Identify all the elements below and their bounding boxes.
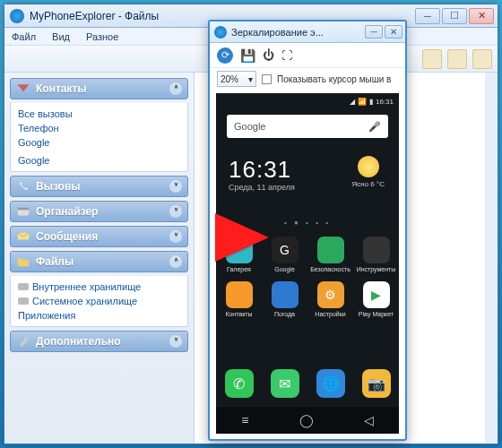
mirror-titlebar: Зеркалирование э... ─ ✕: [210, 22, 405, 43]
app-label: Галерея: [227, 266, 251, 272]
search-placeholder: Google: [234, 121, 265, 132]
sidebar-calls-header[interactable]: Вызовы ˅: [10, 176, 188, 197]
close-button[interactable]: ✕: [469, 8, 494, 24]
phone-date: Среда, 11 апреля: [229, 183, 295, 192]
phone-app[interactable]: ⚙Настройки: [307, 281, 353, 317]
mirror-minimize-button[interactable]: ─: [365, 25, 383, 39]
app-icon: [226, 281, 253, 308]
app-icon: [226, 237, 253, 263]
dock-app[interactable]: ✉: [271, 369, 299, 398]
dock-app[interactable]: 📷: [362, 369, 391, 398]
cursor-checkbox[interactable]: [262, 74, 272, 84]
nav-home-button[interactable]: ◯: [299, 413, 314, 427]
files-link-apps[interactable]: Приложения: [18, 308, 180, 323]
page-indicator: • ● • • •: [216, 219, 399, 227]
menu-view[interactable]: Вид: [52, 31, 70, 42]
sidebar-files-body: Внутреннее хранилище Системное хранилище…: [10, 276, 188, 327]
contacts-icon: [16, 82, 30, 95]
app-label: Безопасность: [310, 266, 351, 272]
app-label: Контакты: [225, 311, 252, 317]
phone-weather[interactable]: Ясно 6 °C: [351, 156, 385, 188]
toolbar-button-2[interactable]: [447, 49, 467, 69]
fullscreen-button[interactable]: ⛶: [281, 49, 292, 62]
sidebar-messages-header[interactable]: Сообщения ˅: [10, 226, 188, 247]
mic-icon: 🎤: [368, 121, 381, 133]
chevron-down-icon: ˅: [169, 335, 182, 348]
files-link-system[interactable]: Системное хранилище: [18, 294, 180, 308]
phone-app[interactable]: GGoogle: [262, 237, 307, 272]
dock-app[interactable]: 🌐: [316, 369, 345, 398]
app-label: Настройки: [315, 311, 345, 317]
maximize-button[interactable]: ☐: [442, 8, 467, 24]
phone-app[interactable]: Галерея: [216, 237, 262, 272]
weather-temp: 6 °C: [370, 180, 385, 188]
app-icon: ▶: [363, 281, 390, 308]
mirror-close-button[interactable]: ✕: [385, 25, 402, 39]
sidebar-messages-label: Сообщения: [36, 230, 98, 243]
chevron-down-icon: ˅: [169, 230, 182, 243]
sidebar-calls-label: Вызовы: [36, 180, 81, 193]
phone-app[interactable]: Безопасность: [307, 237, 353, 272]
sidebar-organizer-label: Органайзер: [36, 205, 98, 218]
zoom-select[interactable]: 20%▾: [217, 71, 256, 87]
zoom-value: 20%: [221, 74, 238, 84]
sidebar-files-label: Файлы: [36, 255, 74, 268]
menu-file[interactable]: Файл: [12, 31, 36, 42]
app-icon: [317, 237, 344, 263]
chevron-up-icon: ˄: [169, 255, 182, 268]
sidebar: Контакты ˄ Все вызовы Телефон Google Goo…: [4, 73, 195, 444]
phone-app[interactable]: Инструменты: [353, 237, 399, 272]
phone-status-bar: ◢ 📶 ▮ 16:31: [216, 95, 399, 108]
mirror-toolbar: ⟳ 💾 ⏻ ⛶: [210, 43, 405, 68]
nav-back-button[interactable]: ◁: [364, 413, 374, 427]
contacts-link-phone[interactable]: Телефон: [18, 121, 180, 135]
messages-icon: [16, 230, 30, 243]
phone-app[interactable]: Контакты: [216, 281, 262, 317]
app-icon: [10, 9, 24, 23]
organizer-icon: [16, 205, 30, 218]
sidebar-contacts-header[interactable]: Контакты ˄: [10, 78, 188, 99]
svg-rect-2: [18, 208, 29, 211]
contacts-link-google1[interactable]: Google: [18, 135, 180, 150]
sidebar-organizer-header[interactable]: Органайзер ˅: [10, 201, 188, 222]
scrollbar-vertical[interactable]: [485, 73, 498, 444]
chevron-down-icon: ▾: [248, 74, 253, 84]
sidebar-extra-header[interactable]: Дополнительно ˅: [10, 331, 188, 352]
contacts-link-google2[interactable]: Google: [18, 153, 180, 168]
phone-app[interactable]: ▶Play Маркет: [353, 281, 399, 317]
refresh-button[interactable]: ⟳: [217, 47, 233, 64]
app-label: Погода: [274, 311, 295, 317]
mirror-window: Зеркалирование э... ─ ✕ ⟳ 💾 ⏻ ⛶ 20%▾ Пок…: [208, 20, 407, 441]
sidebar-contacts-label: Контакты: [36, 82, 87, 95]
sun-icon: [358, 156, 379, 177]
cursor-label: Показывать курсор мыши в: [277, 74, 391, 84]
app-icon: [272, 281, 299, 308]
phone-app[interactable]: Погода: [262, 281, 307, 317]
sidebar-contacts-body: Все вызовы Телефон Google Google: [10, 103, 188, 172]
minimize-button[interactable]: ─: [415, 8, 440, 24]
signal-icon: ◢: [350, 98, 355, 106]
save-button[interactable]: 💾: [240, 48, 255, 63]
app-label: Google: [274, 266, 295, 272]
app-icon: [363, 237, 390, 263]
app-icon: G: [272, 237, 299, 263]
svg-marker-0: [18, 84, 30, 91]
files-label-system: Системное хранилище: [32, 296, 137, 306]
calls-icon: [16, 180, 30, 193]
toolbar-button-1[interactable]: [422, 49, 442, 69]
app-icon: ⚙: [317, 281, 344, 308]
mirror-options-row: 20%▾ Показывать курсор мыши в: [210, 68, 405, 90]
chevron-up-icon: ˄: [169, 82, 182, 95]
files-link-internal[interactable]: Внутреннее хранилище: [18, 280, 180, 294]
nav-menu-button[interactable]: ≡: [241, 413, 248, 427]
toolbar-button-3[interactable]: [472, 49, 492, 69]
menu-misc[interactable]: Разное: [86, 31, 118, 42]
power-button[interactable]: ⏻: [263, 48, 274, 62]
contacts-link-all[interactable]: Все вызовы: [18, 107, 180, 121]
files-label-internal: Внутреннее хранилище: [32, 281, 141, 292]
app-label: Инструменты: [357, 266, 396, 272]
phone-search-bar[interactable]: Google 🎤: [227, 115, 388, 138]
dock-app[interactable]: ✆: [225, 369, 254, 398]
sidebar-files-header[interactable]: Файлы ˄: [10, 251, 188, 272]
phone-navbar: ≡ ◯ ◁: [216, 407, 399, 434]
